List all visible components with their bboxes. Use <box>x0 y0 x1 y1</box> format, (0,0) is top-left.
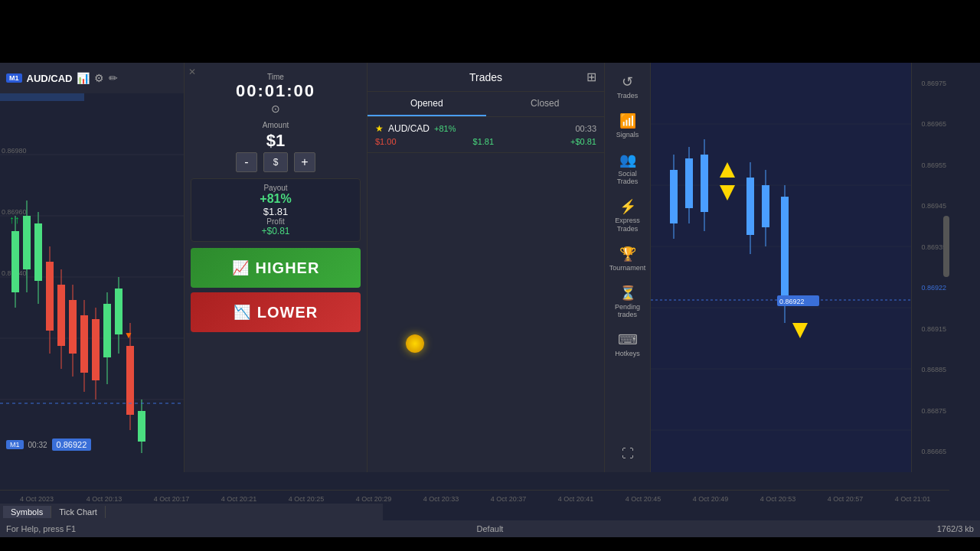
payout-pct: +81% <box>201 192 351 206</box>
sidebar-social-label: Social Trades <box>608 170 647 187</box>
lower-label: LOWER <box>257 304 318 321</box>
trade-time: 00:33 <box>575 124 596 133</box>
tabs-bar: Symbols Tick Chart <box>0 504 383 520</box>
sidebar-signals-label: Signals <box>616 131 639 139</box>
sidebar-pending-label: Pending trades <box>608 303 647 320</box>
price-level-3: 0.86955 <box>912 161 946 169</box>
trades-title: Trades <box>469 71 502 83</box>
price-level-1: 0.86975 <box>912 80 946 87</box>
settings-icon[interactable]: ⚙ <box>94 72 104 84</box>
svg-rect-20 <box>69 300 77 354</box>
trade-payout: $1.81 <box>473 137 495 146</box>
payout-box: Payout +81% $1.81 Profit +$0.81 <box>191 178 361 242</box>
main-container: M1 AUD/CAD 📊 ⚙ ✏ 20:03.2.86972 ⚙ 0.86980… <box>0 63 980 537</box>
price-level-6: 0.86922 <box>912 284 946 292</box>
tab-symbols[interactable]: Symbols <box>3 506 51 518</box>
status-mode: Default <box>328 524 651 533</box>
time-tick-10: 4 Oct 20:49 <box>677 495 744 503</box>
time-label: Time <box>267 73 284 81</box>
payout-label: Payout <box>201 184 351 192</box>
sidebar-item-pending[interactable]: ⏳ Pending trades <box>605 280 650 324</box>
svg-rect-26 <box>103 304 111 357</box>
svg-rect-22 <box>80 315 88 373</box>
higher-chart-icon: 📈 <box>232 259 250 276</box>
sidebar-item-hotkeys[interactable]: ⌨ Hotkeys <box>605 327 650 363</box>
social-icon: 👥 <box>619 152 636 168</box>
price-level-2: 0.86965 <box>912 120 946 128</box>
svg-rect-18 <box>57 285 65 346</box>
svg-text:↑↑: ↑↑ <box>9 214 20 226</box>
time-value: 00:01:00 <box>236 81 315 101</box>
express-icon: ⚡ <box>619 198 636 215</box>
hotkeys-icon: ⌨ <box>618 331 638 348</box>
trade-item: ★ AUD/CAD +81% 00:33 $1.00 $1.81 +$0.81 <box>368 117 604 153</box>
status-help-text: For Help, press F1 <box>6 524 328 533</box>
amount-value: $1 <box>266 131 285 151</box>
time-tick-3: 4 Oct 20:21 <box>205 495 273 503</box>
tab-opened[interactable]: Opened <box>368 92 486 116</box>
current-price-badge: 0.86922 <box>52 439 92 451</box>
sidebar-item-trades[interactable]: ↺ Trades <box>605 69 650 105</box>
pencil-icon[interactable]: ✏ <box>109 72 118 84</box>
svg-rect-28 <box>115 289 122 334</box>
svg-text:0.86980: 0.86980 <box>2 147 27 155</box>
price-level-10: 0.86665 <box>912 448 946 455</box>
sidebar-item-tournament[interactable]: 🏆 Tournament <box>605 241 650 277</box>
time-tick-9: 4 Oct 20:45 <box>609 495 677 503</box>
sidebar-tournament-label: Tournament <box>609 264 646 272</box>
trade-item-header: ★ AUD/CAD +81% 00:33 <box>375 123 596 134</box>
trade-profit: +$0.81 <box>570 137 596 146</box>
sidebar-item-signals[interactable]: 📶 Signals <box>605 108 650 144</box>
tournament-icon: 🏆 <box>619 246 636 262</box>
trade-symbol: ★ AUD/CAD +81% <box>375 123 456 134</box>
profit-value: +$0.81 <box>201 226 351 236</box>
trade-symbol-name: AUD/CAD <box>388 123 430 134</box>
sidebar-item-social[interactable]: 👥 Social Trades <box>605 147 650 191</box>
expand-button[interactable]: ⛶ <box>622 447 634 461</box>
status-bar: For Help, press F1 Default 1762/3 kb <box>0 520 980 537</box>
svg-rect-53 <box>746 178 754 235</box>
svg-rect-30 <box>126 346 134 415</box>
m1-badge: M1 <box>6 440 24 449</box>
profit-label: Profit <box>201 217 351 226</box>
sidebar-hotkeys-label: Hotkeys <box>615 350 640 358</box>
svg-text:0.86922: 0.86922 <box>779 298 805 305</box>
svg-rect-57 <box>781 197 789 304</box>
bar-chart-icon[interactable]: 📊 <box>77 72 90 84</box>
amount-plus-button[interactable]: + <box>294 152 315 172</box>
chart-right: 0.86922 0.86975 0.86965 0.86955 0.86945 … <box>651 63 949 472</box>
panel-close-icon[interactable]: ✕ <box>188 67 196 77</box>
time-tick-11: 4 Oct 20:53 <box>744 495 812 503</box>
scrollbar[interactable] <box>943 216 949 277</box>
svg-rect-47 <box>685 158 693 208</box>
time-tick-4: 4 Oct 20:25 <box>273 495 340 503</box>
time-tick-12: 4 Oct 20:57 <box>812 495 879 503</box>
right-sidebar: ↺ Trades 📶 Signals 👥 Social Trades ⚡ Exp… <box>605 63 651 472</box>
svg-rect-12 <box>23 216 31 269</box>
higher-button[interactable]: 📈 HIGHER <box>191 248 361 288</box>
trade-amounts: $1.00 $1.81 +$0.81 <box>375 137 596 146</box>
amount-controls: - $ + <box>236 152 315 172</box>
amount-minus-button[interactable]: - <box>236 152 257 172</box>
price-level-7: 0.86915 <box>912 325 946 333</box>
svg-text:▼: ▼ <box>124 330 133 341</box>
expand-icon: ⛶ <box>622 447 634 460</box>
svg-rect-32 <box>138 411 145 442</box>
sidebar-express-label: Express Trades <box>608 217 647 233</box>
chart-left: M1 AUD/CAD 📊 ⚙ ✏ 20:03.2.86972 ⚙ 0.86980… <box>0 63 184 472</box>
trades-icon: ↺ <box>622 73 633 90</box>
symbol-name: AUD/CAD <box>27 73 73 84</box>
tab-tick-chart[interactable]: Tick Chart <box>51 506 106 518</box>
time-tick-2: 4 Oct 20:17 <box>138 495 205 503</box>
sidebar-item-express[interactable]: ⚡ Express Trades <box>605 194 650 238</box>
tab-closed[interactable]: Closed <box>486 92 605 116</box>
lower-chart-icon: 📉 <box>234 304 251 321</box>
trades-settings-icon[interactable]: ⊞ <box>586 70 596 84</box>
time-tick-1: 4 Oct 20:13 <box>70 495 138 503</box>
cursor-indicator <box>406 334 424 353</box>
time-circle-icon: ⊙ <box>271 103 280 115</box>
price-level-8: 0.86885 <box>912 366 946 373</box>
lower-button[interactable]: 📉 LOWER <box>191 292 361 332</box>
black-bar-top <box>0 0 980 63</box>
trades-panel: Trades ⊞ Opened Closed ★ AUD/CAD +81% 00… <box>368 63 605 472</box>
